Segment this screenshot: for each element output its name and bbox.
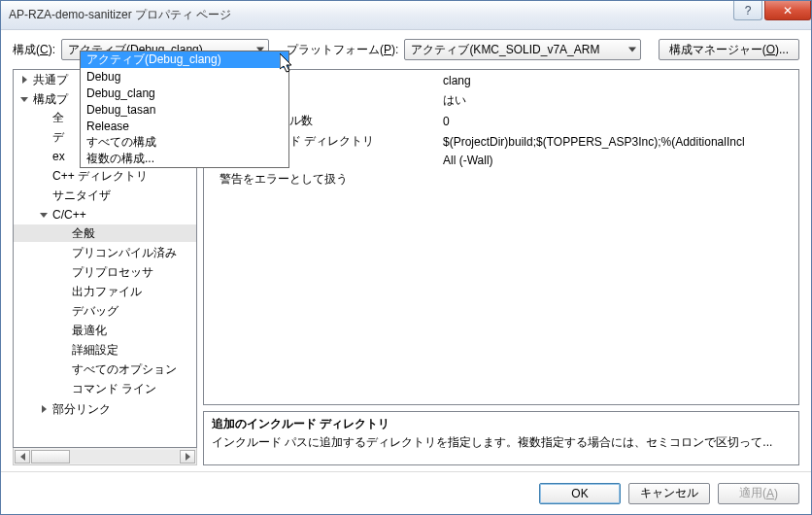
cursor-icon: [280, 53, 297, 77]
property-grid[interactable]: 名clang パイルはい コンパイル数0 ンクルード ディレクトリ$(Proje…: [203, 69, 799, 405]
cancel-button[interactable]: キャンセル: [628, 483, 710, 504]
grid-row[interactable]: コンパイル数0: [204, 111, 798, 131]
scroll-thumb[interactable]: [31, 450, 70, 464]
config-option-debug-tasan[interactable]: Debug_tasan: [81, 101, 288, 118]
grid-value[interactable]: All (-Wall): [437, 152, 798, 169]
grid-row[interactable]: ンクルード ディレクトリ$(ProjectDir)build;$(TOPPERS…: [204, 131, 798, 152]
close-icon: ✕: [783, 4, 793, 17]
help-icon: ?: [745, 4, 752, 17]
tree-horizontal-scrollbar[interactable]: [13, 448, 197, 465]
config-manager-button[interactable]: 構成マネージャー(O)...: [659, 39, 799, 60]
config-dropdown: アクティブ(Debug_clang) Debug Debug_clang Deb…: [80, 51, 289, 168]
help-button[interactable]: ?: [733, 1, 762, 20]
grid-row[interactable]: パイルはい: [204, 90, 798, 111]
description-panel: 追加のインクルード ディレクトリ インクルード パスに追加するディレクトリを指定…: [203, 411, 799, 465]
config-option-all[interactable]: すべての構成: [81, 134, 288, 151]
grid-row[interactable]: All (-Wall): [204, 152, 798, 169]
main-panel: 名clang パイルはい コンパイル数0 ンクルード ディレクトリ$(Proje…: [203, 69, 799, 465]
grid-value[interactable]: はい: [437, 90, 798, 111]
grid-key: 警告をエラーとして扱う: [204, 169, 437, 189]
grid-value[interactable]: [437, 169, 798, 189]
tree-item-all-options[interactable]: すべてのオプション: [14, 360, 196, 378]
close-button[interactable]: ✕: [764, 1, 811, 20]
window-title: AP-RZA-demo-sanitizer プロパティ ページ: [9, 7, 731, 23]
scroll-right-button[interactable]: [180, 450, 195, 464]
platform-combo[interactable]: アクティブ(KMC_SOLID_v7A_ARM: [404, 39, 641, 60]
chevron-down-icon: [628, 48, 636, 52]
svg-marker-0: [280, 53, 291, 72]
config-option-active[interactable]: アクティブ(Debug_clang): [81, 52, 288, 68]
scroll-track[interactable]: [31, 450, 179, 464]
window-buttons: ? ✕: [731, 1, 811, 29]
description-title: 追加のインクルード ディレクトリ: [212, 416, 791, 432]
caret-open-icon: [20, 97, 28, 102]
config-option-debug[interactable]: Debug: [81, 68, 288, 85]
config-option-debug-clang[interactable]: Debug_clang: [81, 85, 288, 101]
tree-item-debug[interactable]: デバッグ: [14, 302, 196, 320]
ok-button[interactable]: OK: [539, 483, 621, 504]
tree-item-cpp-dirs[interactable]: C++ ディレクトリ: [14, 167, 196, 185]
tree-item-general[interactable]: 全般: [14, 224, 196, 242]
arrow-left-icon: [20, 453, 25, 461]
caret-closed-icon: [22, 76, 27, 84]
platform-combo-value: アクティブ(KMC_SOLID_v7A_ARM: [411, 42, 599, 58]
caret-open-icon: [40, 213, 48, 218]
tree-item-preprocessor[interactable]: プリプロセッサ: [14, 263, 196, 281]
tree-item-c-cpp[interactable]: C/C++: [14, 206, 196, 223]
caret-closed-icon: [42, 405, 47, 413]
description-text: インクルード パスに追加するディレクトリを指定します。複数指定する場合には、セミ…: [212, 434, 791, 451]
property-pages-dialog: AP-RZA-demo-sanitizer プロパティ ページ ? ✕ 構成(C…: [0, 0, 812, 515]
config-toolbar: 構成(C): アクティブ(Debug_clang) プラットフォーム(P): ア…: [1, 30, 811, 69]
tree-item-command-line[interactable]: コマンド ライン: [14, 380, 196, 397]
grid-row[interactable]: 警告をエラーとして扱う: [204, 169, 798, 189]
tree-item-advanced[interactable]: 詳細設定: [14, 341, 196, 359]
config-label: 構成(C):: [13, 42, 55, 58]
platform-label: プラットフォーム(P):: [287, 42, 398, 58]
scroll-left-button[interactable]: [15, 450, 30, 464]
arrow-right-icon: [186, 453, 190, 461]
config-option-multiple[interactable]: 複数の構成...: [81, 151, 288, 167]
titlebar: AP-RZA-demo-sanitizer プロパティ ページ ? ✕: [1, 1, 811, 30]
dialog-footer: OK キャンセル 適用(A): [1, 471, 811, 514]
tree-item-partial-link[interactable]: 部分リンク: [14, 400, 196, 418]
config-option-release[interactable]: Release: [81, 118, 288, 134]
apply-button[interactable]: 適用(A): [718, 483, 799, 504]
grid-value[interactable]: clang: [437, 70, 798, 90]
tree-item-optimize[interactable]: 最適化: [14, 322, 196, 339]
grid-value[interactable]: 0: [437, 111, 798, 131]
tree-item-output-file[interactable]: 出力ファイル: [14, 283, 196, 300]
grid-value[interactable]: $(ProjectDir)build;$(TOPPERS_ASP3Inc);%(…: [437, 131, 798, 152]
tree-item-precompiled[interactable]: プリコンパイル済み: [14, 244, 196, 261]
tree-item-sanitizer[interactable]: サニタイザ: [14, 187, 196, 204]
